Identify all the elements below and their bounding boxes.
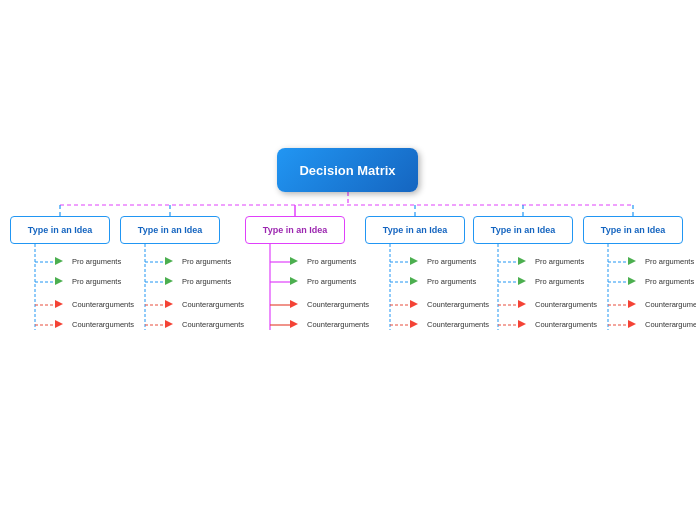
svg-marker-58 bbox=[628, 257, 636, 265]
svg-marker-41 bbox=[55, 320, 63, 328]
leaf-0-pro1: Pro arguments bbox=[55, 254, 121, 268]
leaf-4-pro1: Pro arguments bbox=[518, 254, 584, 268]
leaf-2-counter2: Counterarguments bbox=[290, 317, 369, 331]
svg-marker-49 bbox=[290, 320, 298, 328]
leaf-3-pro1: Pro arguments bbox=[410, 254, 476, 268]
leaf-4-counter1: Counterarguments bbox=[518, 297, 597, 311]
svg-marker-45 bbox=[165, 320, 173, 328]
idea-node-2[interactable]: Type in an Idea bbox=[245, 216, 345, 244]
idea-node-5[interactable]: Type in an Idea bbox=[583, 216, 683, 244]
leaf-1-counter2: Counterarguments bbox=[165, 317, 244, 331]
svg-marker-47 bbox=[290, 277, 298, 285]
leaf-0-counter1: Counterarguments bbox=[55, 297, 134, 311]
svg-marker-40 bbox=[55, 300, 63, 308]
leaf-1-pro2: Pro arguments bbox=[165, 274, 231, 288]
leaf-4-counter2: Counterarguments bbox=[518, 317, 597, 331]
svg-marker-52 bbox=[410, 300, 418, 308]
idea-label-3: Type in an Idea bbox=[383, 225, 447, 235]
svg-marker-48 bbox=[290, 300, 298, 308]
idea-label-5: Type in an Idea bbox=[601, 225, 665, 235]
svg-marker-60 bbox=[628, 300, 636, 308]
idea-node-4[interactable]: Type in an Idea bbox=[473, 216, 573, 244]
svg-marker-53 bbox=[410, 320, 418, 328]
root-label: Decision Matrix bbox=[299, 163, 395, 178]
svg-marker-51 bbox=[410, 277, 418, 285]
leaf-5-counter2: Counterarguments bbox=[628, 317, 696, 331]
idea-node-0[interactable]: Type in an Idea bbox=[10, 216, 110, 244]
leaf-5-pro2: Pro arguments bbox=[628, 274, 694, 288]
svg-marker-46 bbox=[290, 257, 298, 265]
svg-marker-42 bbox=[165, 257, 173, 265]
leaf-1-pro1: Pro arguments bbox=[165, 254, 231, 268]
svg-marker-43 bbox=[165, 277, 173, 285]
leaf-5-counter1: Counterarguments bbox=[628, 297, 696, 311]
canvas: Decision Matrix Type in an Idea Pro argu… bbox=[0, 0, 696, 520]
svg-marker-44 bbox=[165, 300, 173, 308]
idea-label-1: Type in an Idea bbox=[138, 225, 202, 235]
svg-marker-55 bbox=[518, 277, 526, 285]
idea-node-3[interactable]: Type in an Idea bbox=[365, 216, 465, 244]
leaf-3-pro2: Pro arguments bbox=[410, 274, 476, 288]
leaf-0-pro2: Pro arguments bbox=[55, 274, 121, 288]
svg-marker-39 bbox=[55, 277, 63, 285]
leaf-4-pro2: Pro arguments bbox=[518, 274, 584, 288]
leaf-1-counter1: Counterarguments bbox=[165, 297, 244, 311]
leaf-5-pro1: Pro arguments bbox=[628, 254, 694, 268]
leaf-2-pro1: Pro arguments bbox=[290, 254, 356, 268]
root-node[interactable]: Decision Matrix bbox=[277, 148, 418, 192]
idea-label-2: Type in an Idea bbox=[263, 225, 327, 235]
idea-label-0: Type in an Idea bbox=[28, 225, 92, 235]
svg-marker-61 bbox=[628, 320, 636, 328]
leaf-3-counter2: Counterarguments bbox=[410, 317, 489, 331]
svg-marker-54 bbox=[518, 257, 526, 265]
leaf-2-counter1: Counterarguments bbox=[290, 297, 369, 311]
leaf-2-pro2: Pro arguments bbox=[290, 274, 356, 288]
svg-marker-57 bbox=[518, 320, 526, 328]
svg-marker-50 bbox=[410, 257, 418, 265]
leaf-3-counter1: Counterarguments bbox=[410, 297, 489, 311]
svg-marker-56 bbox=[518, 300, 526, 308]
idea-node-1[interactable]: Type in an Idea bbox=[120, 216, 220, 244]
svg-marker-38 bbox=[55, 257, 63, 265]
svg-marker-59 bbox=[628, 277, 636, 285]
leaf-0-counter2: Counterarguments bbox=[55, 317, 134, 331]
idea-label-4: Type in an Idea bbox=[491, 225, 555, 235]
